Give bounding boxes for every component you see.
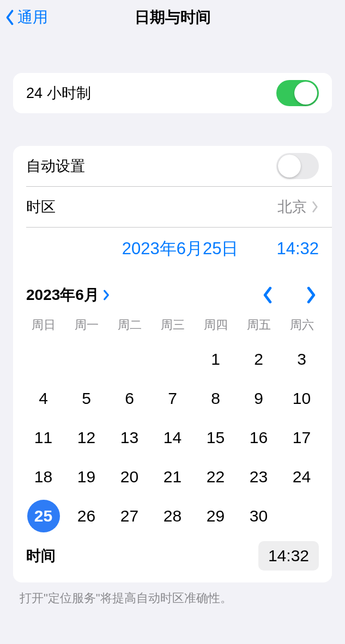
label-auto-set: 自动设置 xyxy=(26,156,276,176)
calendar-day[interactable]: 5 xyxy=(65,379,108,418)
calendar-day[interactable]: 29 xyxy=(194,496,237,536)
calendar-prev-month[interactable] xyxy=(260,284,275,306)
calendar-day[interactable]: 22 xyxy=(194,457,237,496)
calendar-day-empty xyxy=(65,340,108,379)
calendar-day[interactable]: 24 xyxy=(280,457,323,496)
chevron-right-icon xyxy=(306,286,317,304)
calendar-day[interactable]: 6 xyxy=(108,379,151,418)
calendar-day[interactable]: 4 xyxy=(22,379,65,418)
calendar-day[interactable]: 26 xyxy=(65,496,108,536)
calendar-day[interactable]: 15 xyxy=(194,418,237,457)
page-title: 日期与时间 xyxy=(0,7,345,28)
label-timezone: 时区 xyxy=(26,197,277,217)
calendar-weekday-row: 周日周一周二周三周四周五周六 xyxy=(22,314,323,340)
calendar-day[interactable]: 7 xyxy=(151,379,194,418)
calendar-day[interactable]: 28 xyxy=(151,496,194,536)
calendar-day[interactable]: 30 xyxy=(237,496,280,536)
calendar-next-month[interactable] xyxy=(304,284,319,306)
calendar-day-empty xyxy=(22,340,65,379)
calendar-day[interactable]: 12 xyxy=(65,418,108,457)
calendar-day[interactable]: 27 xyxy=(108,496,151,536)
calendar-weekday: 周五 xyxy=(237,314,280,340)
calendar-weekday: 周三 xyxy=(151,314,194,340)
row-time-picker: 时间 14:32 xyxy=(13,536,332,582)
switch-auto-set[interactable] xyxy=(276,153,319,179)
switch-24hour[interactable] xyxy=(276,80,319,106)
chevron-left-icon xyxy=(4,9,15,26)
row-timezone[interactable]: 时区 北京 xyxy=(13,187,332,227)
calendar-day-empty xyxy=(108,340,151,379)
calendar-day[interactable]: 25 xyxy=(22,496,65,536)
calendar-day[interactable]: 13 xyxy=(108,418,151,457)
chevron-right-icon xyxy=(311,201,319,213)
calendar-weekday: 周六 xyxy=(280,314,323,340)
calendar-day[interactable]: 8 xyxy=(194,379,237,418)
calendar-weekday: 周四 xyxy=(194,314,237,340)
chevron-left-icon xyxy=(262,286,273,304)
calendar-day[interactable]: 16 xyxy=(237,418,280,457)
calendar-day-grid: 1234567891011121314151617181920212223242… xyxy=(22,340,323,536)
calendar-day-empty xyxy=(151,340,194,379)
footer-note: 打开"定位服务"将提高自动时区准确性。 xyxy=(20,590,325,606)
calendar-day[interactable]: 3 xyxy=(280,340,323,379)
calendar-day[interactable]: 17 xyxy=(280,418,323,457)
calendar-day[interactable]: 19 xyxy=(65,457,108,496)
calendar: 2023年6月 周日周一周二周三周四周五周六 12345678910111213… xyxy=(13,266,332,536)
calendar-day[interactable]: 1 xyxy=(194,340,237,379)
label-24hour: 24 小时制 xyxy=(26,83,276,103)
calendar-weekday: 周一 xyxy=(65,314,108,340)
row-24hour: 24 小时制 xyxy=(13,73,332,113)
value-timezone: 北京 xyxy=(277,197,307,217)
group-datetime: 自动设置 时区 北京 2023年6月25日 14:32 2023年6月 xyxy=(13,146,332,582)
chevron-right-icon xyxy=(102,289,110,301)
row-selected-datetime: 2023年6月25日 14:32 xyxy=(13,228,332,266)
calendar-day[interactable]: 21 xyxy=(151,457,194,496)
back-button[interactable]: 通用 xyxy=(4,7,48,28)
calendar-day[interactable]: 11 xyxy=(22,418,65,457)
calendar-weekday: 周二 xyxy=(108,314,151,340)
time-picker-button[interactable]: 14:32 xyxy=(258,541,319,571)
back-label: 通用 xyxy=(17,7,48,28)
calendar-day[interactable]: 23 xyxy=(237,457,280,496)
selected-time[interactable]: 14:32 xyxy=(276,239,319,259)
calendar-weekday: 周日 xyxy=(22,314,65,340)
selected-date[interactable]: 2023年6月25日 xyxy=(122,237,239,260)
calendar-day[interactable]: 9 xyxy=(237,379,280,418)
group-24hour: 24 小时制 xyxy=(13,73,332,113)
calendar-day[interactable]: 18 xyxy=(22,457,65,496)
row-auto-set: 自动设置 xyxy=(13,146,332,186)
calendar-month-label: 2023年6月 xyxy=(26,285,99,305)
calendar-day[interactable]: 2 xyxy=(237,340,280,379)
calendar-day[interactable]: 14 xyxy=(151,418,194,457)
label-time: 时间 xyxy=(26,546,258,566)
calendar-day[interactable]: 20 xyxy=(108,457,151,496)
calendar-month-picker[interactable]: 2023年6月 xyxy=(26,285,110,305)
calendar-day[interactable]: 10 xyxy=(280,379,323,418)
